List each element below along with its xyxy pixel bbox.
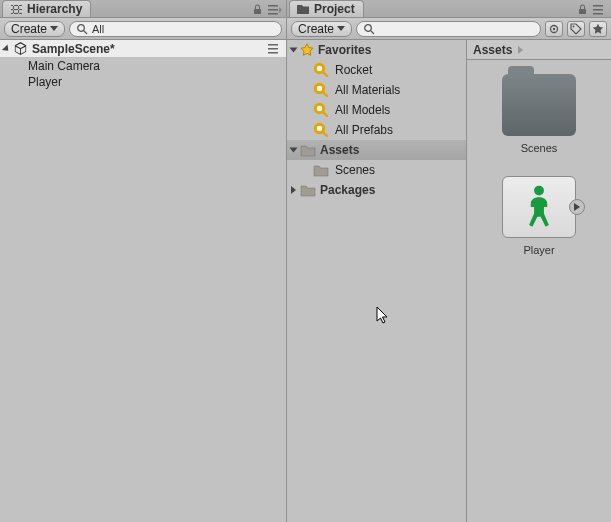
favorites-label: Favorites: [318, 43, 371, 57]
hierarchy-panel: Hierarchy Create: [0, 0, 287, 522]
save-search-button[interactable]: [589, 21, 607, 37]
lock-icon[interactable]: [250, 2, 264, 16]
svg-line-4: [84, 31, 87, 34]
packages-header[interactable]: Packages: [287, 180, 466, 200]
folder-icon: [300, 143, 316, 157]
favorite-label: All Prefabs: [335, 123, 393, 137]
project-search[interactable]: [356, 21, 541, 37]
panel-menu-icon[interactable]: [268, 2, 282, 16]
svg-line-24: [323, 112, 327, 116]
asset-folder-tile[interactable]: Scenes: [502, 74, 576, 154]
project-create-button[interactable]: Create: [291, 21, 352, 37]
project-grid: Scenes Player: [467, 60, 611, 522]
breadcrumb-label: Assets: [473, 43, 512, 57]
hierarchy-icon: [9, 2, 23, 16]
gameobject-row[interactable]: Main Camera: [0, 58, 286, 74]
project-tree: Favorites Rocket All Materials All Model…: [287, 40, 467, 522]
project-search-input[interactable]: [379, 23, 534, 35]
star-icon: [300, 43, 314, 57]
gameobject-label: Main Camera: [28, 59, 100, 73]
folder-icon: [300, 183, 316, 197]
assets-header[interactable]: Assets: [287, 140, 466, 160]
unity-logo-icon: [13, 41, 28, 56]
project-tab-label: Project: [314, 2, 355, 16]
folder-icon: [296, 2, 310, 16]
svg-rect-5: [268, 44, 278, 46]
favorite-item[interactable]: All Models: [287, 100, 466, 120]
folder-thumb-icon: [502, 74, 576, 136]
favorite-item[interactable]: All Prefabs: [287, 120, 466, 140]
svg-rect-8: [593, 5, 603, 7]
svg-rect-2: [268, 13, 278, 15]
breadcrumb[interactable]: Assets: [467, 40, 611, 60]
favorite-item[interactable]: All Materials: [287, 80, 466, 100]
tree-folder-item[interactable]: Scenes: [287, 160, 466, 180]
asset-label: Player: [523, 244, 554, 256]
project-tabbar: Project: [287, 0, 611, 18]
project-panel: Project Create: [287, 0, 611, 522]
scene-header[interactable]: SampleScene*: [0, 40, 286, 58]
hierarchy-tab-label: Hierarchy: [27, 2, 82, 16]
foldout-icon[interactable]: [290, 148, 298, 153]
search-icon: [363, 23, 375, 35]
asset-label: Scenes: [521, 142, 558, 154]
svg-point-3: [78, 24, 85, 31]
filter-by-type-button[interactable]: [545, 21, 563, 37]
gameobject-row[interactable]: Player: [0, 74, 286, 90]
favorite-item[interactable]: Rocket: [287, 60, 466, 80]
svg-rect-6: [268, 48, 278, 50]
prefab-thumb-icon: [502, 176, 576, 238]
panel-menu-icon[interactable]: [593, 2, 607, 16]
svg-point-15: [573, 25, 575, 27]
open-prefab-icon[interactable]: [569, 199, 585, 215]
svg-rect-10: [593, 13, 603, 15]
foldout-icon[interactable]: [290, 48, 298, 53]
search-favorite-icon: [313, 102, 329, 118]
asset-prefab-tile[interactable]: Player: [502, 176, 576, 256]
lock-icon[interactable]: [575, 2, 589, 16]
hierarchy-tab[interactable]: Hierarchy: [2, 0, 91, 17]
filter-by-label-button[interactable]: [567, 21, 585, 37]
scene-name-label: SampleScene*: [32, 42, 115, 56]
favorite-label: All Materials: [335, 83, 400, 97]
chevron-right-icon: [518, 46, 523, 54]
svg-rect-1: [268, 9, 278, 11]
hierarchy-tabbar: Hierarchy: [0, 0, 286, 18]
svg-point-11: [365, 24, 372, 31]
favorite-label: Rocket: [335, 63, 372, 77]
assets-label: Assets: [320, 143, 359, 157]
create-label: Create: [11, 22, 47, 36]
hierarchy-create-button[interactable]: Create: [4, 21, 65, 37]
search-favorite-icon: [313, 62, 329, 78]
search-favorite-icon: [313, 82, 329, 98]
favorites-header[interactable]: Favorites: [287, 40, 466, 60]
hierarchy-body: SampleScene* Main Camera Player: [0, 40, 286, 522]
foldout-icon[interactable]: [2, 44, 11, 53]
svg-rect-7: [268, 52, 278, 54]
svg-point-28: [534, 186, 544, 196]
folder-icon: [313, 163, 329, 177]
favorite-label: All Models: [335, 103, 390, 117]
svg-point-14: [553, 27, 555, 29]
svg-rect-9: [593, 9, 603, 11]
hierarchy-search-input[interactable]: [92, 23, 275, 35]
project-tab[interactable]: Project: [289, 0, 364, 17]
svg-line-18: [323, 72, 327, 76]
hierarchy-toolbar: Create: [0, 18, 286, 40]
project-toolbar: Create: [287, 18, 611, 40]
create-label: Create: [298, 22, 334, 36]
hierarchy-search[interactable]: [69, 21, 282, 37]
packages-label: Packages: [320, 183, 375, 197]
search-favorite-icon: [313, 122, 329, 138]
foldout-icon[interactable]: [291, 186, 296, 194]
svg-rect-0: [268, 5, 278, 7]
svg-line-12: [371, 31, 374, 34]
gameobject-label: Player: [28, 75, 62, 89]
search-icon: [76, 23, 88, 35]
scene-menu-icon[interactable]: [268, 42, 282, 56]
svg-line-27: [323, 132, 327, 136]
tree-item-label: Scenes: [335, 163, 375, 177]
svg-line-21: [323, 92, 327, 96]
